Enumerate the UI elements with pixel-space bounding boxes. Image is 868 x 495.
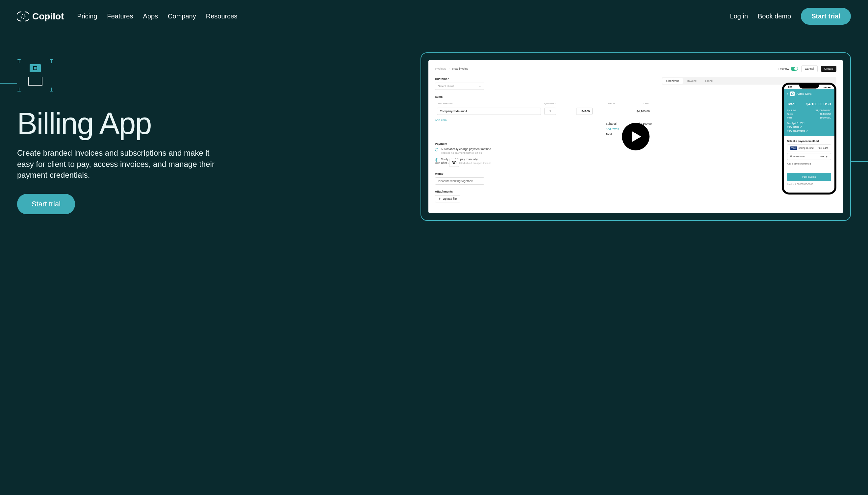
tab-email[interactable]: Email xyxy=(701,78,717,84)
upload-file-button[interactable]: ⬆ Upload file xyxy=(435,195,461,202)
hero-section: Billing App Create branded invoices and … xyxy=(0,33,868,247)
invoice-header: Invoices › New invoice Preview Cancel Cr… xyxy=(435,66,836,72)
col-price: PRICE xyxy=(575,101,616,106)
phone-total-label: Total xyxy=(787,102,795,106)
customer-label: Customer xyxy=(435,78,652,81)
page-title: Billing App xyxy=(17,106,401,141)
customer-select[interactable]: Select client⌄ xyxy=(435,83,484,90)
back-icon[interactable]: ‹ xyxy=(787,92,788,96)
radio-icon xyxy=(435,158,438,161)
company-name: Acme Corp. xyxy=(797,92,812,96)
phone-header: ‹ Acme Corp. xyxy=(784,89,834,99)
memo-label: Memo xyxy=(435,172,652,175)
breadcrumb-current: New invoice xyxy=(452,67,469,70)
phone-screen: 4:05 ●●● ▬ ‹ Acme Corp. xyxy=(784,85,834,192)
phone-notch-icon xyxy=(799,85,819,88)
create-button[interactable]: Create xyxy=(821,66,836,72)
hero-start-trial-button[interactable]: Start trial xyxy=(17,194,75,214)
billing-hero-icon xyxy=(17,59,53,92)
payment-method-bank[interactable]: 🏛 ····4848 USD Fee: $5 xyxy=(787,153,831,160)
items-table: DESCRIPTION QUANTITY PRICE TOTAL $4,1 xyxy=(435,100,652,117)
attachments-label: Attachments xyxy=(435,190,652,193)
visa-icon: VISA xyxy=(790,147,797,150)
breadcrumb: Invoices › New invoice xyxy=(435,67,469,70)
payment-label: Payment xyxy=(435,142,652,146)
item-quantity-input[interactable] xyxy=(544,108,556,115)
svg-point-3 xyxy=(791,93,793,95)
toggle-switch-icon xyxy=(791,67,798,71)
start-trial-button[interactable]: Start trial xyxy=(801,8,851,25)
phone-total-section: Total $4,160.00 USD Subtotal$4,160.00 US… xyxy=(784,99,834,136)
table-row: $4,160.00 xyxy=(436,107,651,116)
add-payment-method-link[interactable]: Add a payment method xyxy=(787,163,831,165)
pay-invoice-button[interactable]: Pay invoice xyxy=(787,173,831,181)
total-label: Total xyxy=(606,133,612,136)
breadcrumb-root[interactable]: Invoices xyxy=(435,67,446,70)
view-attachments-link[interactable]: View attachments ↗ xyxy=(787,129,831,133)
play-icon xyxy=(632,131,641,142)
add-taxes-link[interactable]: Add taxes xyxy=(606,127,619,131)
phone-total-value: $4,160.00 USD xyxy=(806,102,831,106)
breadcrumb-separator: › xyxy=(449,67,450,70)
brand-logo[interactable]: Copilot xyxy=(17,11,64,22)
page-subtitle: Create branded invoices and subscription… xyxy=(17,148,221,181)
invoice-number: Invoice # 00000000-0000 xyxy=(787,183,831,185)
svg-rect-1 xyxy=(30,64,41,72)
item-description-input[interactable] xyxy=(437,108,541,115)
item-total: $4,160.00 xyxy=(617,107,651,116)
due-after-input[interactable] xyxy=(449,159,459,167)
invoice-app-preview: Invoices › New invoice Preview Cancel Cr… xyxy=(429,60,843,213)
invoice-form: Customer Select client⌄ Items DESCRIPTIO… xyxy=(435,78,652,208)
subtotal-label: Subtotal xyxy=(606,122,617,125)
main-nav: Pricing Features Apps Company Resources xyxy=(77,13,237,20)
nav-apps[interactable]: Apps xyxy=(143,13,158,20)
payment-method-card[interactable]: VISAending in 4242 Fee: 3.1% xyxy=(787,144,831,151)
upload-icon: ⬆ xyxy=(439,197,441,201)
cancel-button[interactable]: Cancel xyxy=(801,66,818,72)
preview-frame: Invoices › New invoice Preview Cancel Cr… xyxy=(420,52,851,221)
play-video-button[interactable] xyxy=(622,123,649,150)
preview-column: Invoices › New invoice Preview Cancel Cr… xyxy=(420,52,851,221)
col-description: DESCRIPTION xyxy=(436,101,542,106)
preview-toggle[interactable]: Preview xyxy=(779,67,798,71)
memo-input[interactable] xyxy=(435,177,484,185)
col-total: TOTAL xyxy=(617,101,651,106)
company-logo-icon xyxy=(790,91,795,96)
tab-invoice[interactable]: Invoice xyxy=(683,78,701,84)
signal-icon: ●●● ▬ xyxy=(823,86,831,88)
nav-pricing[interactable]: Pricing xyxy=(77,13,97,20)
chevron-down-icon: ⌄ xyxy=(479,85,481,88)
col-quantity: QUANTITY xyxy=(543,101,574,106)
item-price-input[interactable] xyxy=(576,108,593,115)
radio-icon xyxy=(435,148,438,151)
header-actions: Log in Book demo Start trial xyxy=(730,8,851,25)
preview-toggle-label: Preview xyxy=(779,67,789,70)
nav-company[interactable]: Company xyxy=(168,13,196,20)
phone-mockup: 4:05 ●●● ▬ ‹ Acme Corp. xyxy=(782,83,836,194)
bank-icon: 🏛 xyxy=(790,155,792,158)
items-label: Items xyxy=(435,95,652,98)
select-payment-label: Select a payment method xyxy=(787,139,831,142)
payment-option-auto[interactable]: Automatically charge payment method Ther… xyxy=(435,148,652,154)
phone-payment-section: Select a payment method VISAending in 42… xyxy=(784,136,834,189)
site-header: Copilot Pricing Features Apps Company Re… xyxy=(0,0,868,33)
login-link[interactable]: Log in xyxy=(730,13,748,20)
invoice-actions: Preview Cancel Create xyxy=(779,66,836,72)
brand-name: Copilot xyxy=(32,11,64,22)
due-date: Due April 5, 2021 xyxy=(787,121,831,125)
view-details-link[interactable]: View details ↗ xyxy=(787,125,831,129)
invoice-preview-panel: Checkout Invoice Email 4:05 ●●● ▬ xyxy=(662,78,836,208)
add-item-link[interactable]: Add item xyxy=(435,119,447,137)
hero-content: Billing App Create branded invoices and … xyxy=(17,59,401,214)
nav-features[interactable]: Features xyxy=(107,13,133,20)
nav-resources[interactable]: Resources xyxy=(206,13,238,20)
svg-point-0 xyxy=(21,15,25,18)
book-demo-link[interactable]: Book demo xyxy=(758,13,791,20)
tab-checkout[interactable]: Checkout xyxy=(662,78,683,84)
copilot-logo-icon xyxy=(17,11,29,22)
